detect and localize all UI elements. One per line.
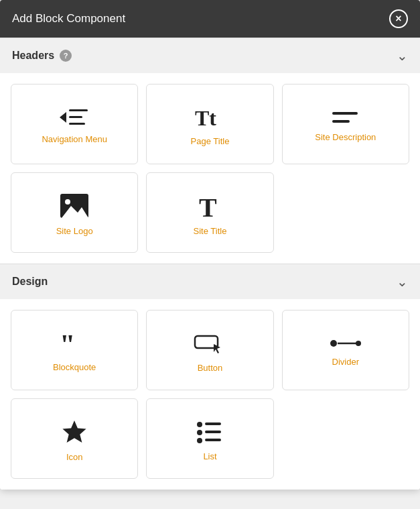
- svg-rect-1: [69, 116, 82, 118]
- svg-marker-18: [63, 420, 86, 443]
- svg-point-23: [197, 438, 202, 443]
- block-label-page-title: Page Title: [191, 136, 230, 146]
- svg-text:Tt: Tt: [195, 106, 216, 129]
- star-icon: [61, 418, 88, 445]
- block-item-site-logo[interactable]: Site Logo: [11, 172, 138, 253]
- block-item-divider[interactable]: Divider: [282, 310, 409, 390]
- svg-point-17: [356, 341, 361, 346]
- page-title-icon: Tt: [194, 105, 226, 129]
- svg-rect-0: [69, 109, 88, 111]
- block-label-blockquote: Blockquote: [53, 362, 96, 372]
- block-item-site-title[interactable]: T Site Title: [146, 172, 273, 253]
- panel-body: Headers ? ⌄ Navigation Menu: [0, 38, 420, 490]
- section-header-left: Headers ?: [12, 50, 72, 62]
- svg-text:T: T: [199, 192, 217, 219]
- block-label-site-logo: Site Logo: [56, 226, 93, 236]
- svg-point-21: [197, 430, 202, 435]
- block-label-list: List: [203, 451, 216, 461]
- block-label-button: Button: [198, 363, 223, 373]
- block-label-icon: Icon: [66, 452, 83, 462]
- site-logo-icon: [59, 192, 90, 219]
- block-item-icon[interactable]: Icon: [11, 398, 138, 479]
- section-header-headers[interactable]: Headers ? ⌄: [0, 38, 420, 73]
- section-header-design[interactable]: Design ⌄: [0, 264, 420, 299]
- svg-point-14: [330, 340, 337, 347]
- svg-rect-20: [205, 422, 221, 425]
- block-item-list[interactable]: List: [146, 398, 273, 479]
- block-item-blockquote[interactable]: " Blockquote: [11, 310, 138, 390]
- block-item-navigation-menu[interactable]: Navigation Menu: [11, 84, 138, 164]
- add-block-panel: Add Block Component × Headers ? ⌄: [0, 0, 420, 490]
- section-label-design: Design: [12, 276, 48, 288]
- headers-grid: Navigation Menu Tt Page Title: [0, 73, 420, 264]
- svg-rect-24: [205, 439, 221, 441]
- site-description-icon: [331, 109, 360, 125]
- block-label-site-description: Site Description: [315, 132, 376, 142]
- block-label-site-title: Site Title: [194, 226, 227, 236]
- design-grid: " Blockquote Button: [0, 299, 420, 490]
- block-item-site-description[interactable]: Site Description: [282, 84, 409, 164]
- svg-rect-22: [205, 431, 221, 433]
- svg-marker-3: [60, 112, 66, 123]
- section-label-headers: Headers: [12, 50, 54, 62]
- section-header-design-left: Design: [12, 276, 48, 288]
- close-button[interactable]: ×: [389, 9, 408, 28]
- blockquote-icon: ": [59, 331, 90, 355]
- divider-icon: [330, 337, 362, 350]
- block-label-divider: Divider: [332, 357, 359, 367]
- svg-rect-6: [332, 120, 350, 123]
- block-label-navigation-menu: Navigation Menu: [42, 134, 107, 144]
- site-title-icon: T: [198, 192, 222, 219]
- svg-rect-5: [332, 112, 358, 115]
- svg-point-8: [65, 199, 70, 205]
- panel-header: Add Block Component ×: [0, 0, 420, 38]
- block-item-page-title[interactable]: Tt Page Title: [146, 84, 273, 164]
- panel-title: Add Block Component: [12, 12, 125, 25]
- block-item-button[interactable]: Button: [146, 310, 273, 390]
- svg-rect-2: [69, 123, 85, 125]
- svg-text:": ": [60, 331, 75, 355]
- nav-menu-icon: [60, 107, 89, 127]
- list-icon: [196, 419, 223, 445]
- button-icon: [194, 331, 226, 356]
- chevron-down-icon: ⌄: [397, 48, 408, 64]
- help-icon[interactable]: ?: [60, 50, 72, 62]
- svg-point-19: [197, 422, 202, 427]
- chevron-down-design-icon: ⌄: [397, 274, 408, 290]
